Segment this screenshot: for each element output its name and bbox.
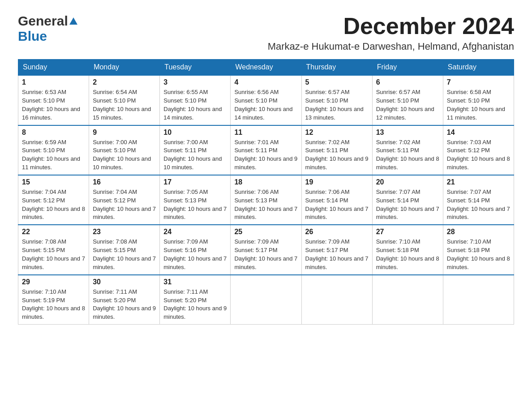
table-row: 1Sunrise: 6:53 AMSunset: 5:10 PMDaylight… — [18, 75, 89, 125]
table-row: 4Sunrise: 6:56 AMSunset: 5:10 PMDaylight… — [231, 75, 301, 125]
table-row: 5Sunrise: 6:57 AMSunset: 5:10 PMDaylight… — [301, 75, 372, 125]
logo-general: General — [18, 13, 77, 29]
table-row: 16Sunrise: 7:04 AMSunset: 5:12 PMDayligh… — [89, 175, 160, 225]
table-row: 21Sunrise: 7:07 AMSunset: 5:14 PMDayligh… — [443, 175, 514, 225]
table-row — [231, 275, 301, 325]
day-info: Sunrise: 7:06 AMSunset: 5:14 PMDaylight:… — [305, 188, 369, 222]
day-info: Sunrise: 7:06 AMSunset: 5:13 PMDaylight:… — [234, 188, 297, 222]
day-info: Sunrise: 7:09 AMSunset: 5:16 PMDaylight:… — [163, 238, 227, 271]
day-number: 10 — [163, 128, 227, 137]
day-info: Sunrise: 7:04 AMSunset: 5:12 PMDaylight:… — [22, 188, 85, 222]
day-info: Sunrise: 7:05 AMSunset: 5:13 PMDaylight:… — [163, 188, 227, 222]
table-row — [372, 275, 443, 325]
day-info: Sunrise: 7:03 AMSunset: 5:12 PMDaylight:… — [447, 138, 510, 172]
table-row: 27Sunrise: 7:10 AMSunset: 5:18 PMDayligh… — [372, 225, 443, 274]
table-row: 9Sunrise: 7:00 AMSunset: 5:10 PMDaylight… — [89, 125, 160, 175]
table-row: 26Sunrise: 7:09 AMSunset: 5:17 PMDayligh… — [301, 225, 372, 274]
logo-triangle-icon — [69, 17, 77, 25]
table-row: 18Sunrise: 7:06 AMSunset: 5:13 PMDayligh… — [231, 175, 301, 225]
table-row: 13Sunrise: 7:02 AMSunset: 5:11 PMDayligh… — [372, 125, 443, 175]
day-info: Sunrise: 7:10 AMSunset: 5:19 PMDaylight:… — [22, 288, 85, 321]
day-info: Sunrise: 7:08 AMSunset: 5:15 PMDaylight:… — [93, 238, 156, 271]
day-number: 18 — [234, 178, 297, 186]
day-info: Sunrise: 6:57 AMSunset: 5:10 PMDaylight:… — [305, 88, 369, 122]
calendar-header-row: Sunday Monday Tuesday Wednesday Thursday… — [18, 60, 514, 76]
day-number: 9 — [93, 128, 156, 137]
day-number: 19 — [305, 178, 369, 186]
day-info: Sunrise: 7:09 AMSunset: 5:17 PMDaylight:… — [234, 238, 297, 271]
logo: General Blue — [18, 13, 77, 44]
calendar-week-row: 15Sunrise: 7:04 AMSunset: 5:12 PMDayligh… — [18, 175, 514, 225]
day-info: Sunrise: 7:11 AMSunset: 5:20 PMDaylight:… — [163, 288, 227, 321]
day-info: Sunrise: 6:53 AMSunset: 5:10 PMDaylight:… — [22, 88, 85, 122]
day-number: 31 — [163, 278, 227, 286]
col-thursday: Thursday — [301, 60, 372, 76]
calendar-week-row: 29Sunrise: 7:10 AMSunset: 5:19 PMDayligh… — [18, 275, 514, 325]
day-number: 29 — [22, 278, 85, 286]
table-row: 14Sunrise: 7:03 AMSunset: 5:12 PMDayligh… — [443, 125, 514, 175]
day-number: 14 — [447, 128, 510, 137]
day-info: Sunrise: 7:09 AMSunset: 5:17 PMDaylight:… — [305, 238, 369, 271]
table-row: 25Sunrise: 7:09 AMSunset: 5:17 PMDayligh… — [231, 225, 301, 274]
day-number: 5 — [305, 78, 369, 86]
col-sunday: Sunday — [18, 60, 89, 76]
day-info: Sunrise: 7:10 AMSunset: 5:18 PMDaylight:… — [447, 238, 510, 271]
table-row: 31Sunrise: 7:11 AMSunset: 5:20 PMDayligh… — [160, 275, 231, 325]
table-row: 15Sunrise: 7:04 AMSunset: 5:12 PMDayligh… — [18, 175, 89, 225]
day-info: Sunrise: 6:54 AMSunset: 5:10 PMDaylight:… — [93, 88, 156, 122]
title-section: December 2024 Markaz-e Hukumat-e Darwesh… — [268, 13, 514, 52]
month-title: December 2024 — [268, 13, 514, 39]
table-row: 24Sunrise: 7:09 AMSunset: 5:16 PMDayligh… — [160, 225, 231, 274]
table-row: 8Sunrise: 6:59 AMSunset: 5:10 PMDaylight… — [18, 125, 89, 175]
day-number: 3 — [163, 78, 227, 86]
day-info: Sunrise: 7:00 AMSunset: 5:10 PMDaylight:… — [93, 138, 156, 172]
table-row: 12Sunrise: 7:02 AMSunset: 5:11 PMDayligh… — [301, 125, 372, 175]
table-row: 28Sunrise: 7:10 AMSunset: 5:18 PMDayligh… — [443, 225, 514, 274]
table-row: 30Sunrise: 7:11 AMSunset: 5:20 PMDayligh… — [89, 275, 160, 325]
day-number: 2 — [93, 78, 156, 86]
day-number: 7 — [447, 78, 510, 86]
day-info: Sunrise: 6:55 AMSunset: 5:10 PMDaylight:… — [163, 88, 227, 122]
calendar-week-row: 22Sunrise: 7:08 AMSunset: 5:15 PMDayligh… — [18, 225, 514, 274]
day-number: 1 — [22, 78, 85, 86]
day-info: Sunrise: 6:58 AMSunset: 5:10 PMDaylight:… — [447, 88, 510, 122]
table-row: 20Sunrise: 7:07 AMSunset: 5:14 PMDayligh… — [372, 175, 443, 225]
table-row: 19Sunrise: 7:06 AMSunset: 5:14 PMDayligh… — [301, 175, 372, 225]
col-wednesday: Wednesday — [231, 60, 301, 76]
day-info: Sunrise: 7:11 AMSunset: 5:20 PMDaylight:… — [93, 288, 156, 321]
table-row: 29Sunrise: 7:10 AMSunset: 5:19 PMDayligh… — [18, 275, 89, 325]
table-row — [443, 275, 514, 325]
table-row: 10Sunrise: 7:00 AMSunset: 5:11 PMDayligh… — [160, 125, 231, 175]
day-number: 27 — [376, 228, 439, 236]
day-info: Sunrise: 6:56 AMSunset: 5:10 PMDaylight:… — [234, 88, 297, 122]
day-number: 13 — [376, 128, 439, 137]
location-subtitle: Markaz-e Hukumat-e Darweshan, Helmand, A… — [268, 41, 514, 52]
table-row: 6Sunrise: 6:57 AMSunset: 5:10 PMDaylight… — [372, 75, 443, 125]
table-row: 22Sunrise: 7:08 AMSunset: 5:15 PMDayligh… — [18, 225, 89, 274]
day-number: 17 — [163, 178, 227, 186]
day-number: 21 — [447, 178, 510, 186]
page-header: General Blue December 2024 Markaz-e Huku… — [18, 13, 514, 52]
day-info: Sunrise: 7:04 AMSunset: 5:12 PMDaylight:… — [93, 188, 156, 222]
day-number: 15 — [22, 178, 85, 186]
day-info: Sunrise: 7:07 AMSunset: 5:14 PMDaylight:… — [376, 188, 439, 222]
col-tuesday: Tuesday — [160, 60, 231, 76]
day-number: 11 — [234, 128, 297, 137]
table-row: 3Sunrise: 6:55 AMSunset: 5:10 PMDaylight… — [160, 75, 231, 125]
day-number: 20 — [376, 178, 439, 186]
day-number: 22 — [22, 228, 85, 236]
day-number: 16 — [93, 178, 156, 186]
calendar-week-row: 8Sunrise: 6:59 AMSunset: 5:10 PMDaylight… — [18, 125, 514, 175]
col-monday: Monday — [89, 60, 160, 76]
table-row: 23Sunrise: 7:08 AMSunset: 5:15 PMDayligh… — [89, 225, 160, 274]
calendar-week-row: 1Sunrise: 6:53 AMSunset: 5:10 PMDaylight… — [18, 75, 514, 125]
table-row — [301, 275, 372, 325]
day-info: Sunrise: 7:07 AMSunset: 5:14 PMDaylight:… — [447, 188, 510, 222]
table-row: 2Sunrise: 6:54 AMSunset: 5:10 PMDaylight… — [89, 75, 160, 125]
day-info: Sunrise: 7:08 AMSunset: 5:15 PMDaylight:… — [22, 238, 85, 271]
col-saturday: Saturday — [443, 60, 514, 76]
day-number: 23 — [93, 228, 156, 236]
table-row: 7Sunrise: 6:58 AMSunset: 5:10 PMDaylight… — [443, 75, 514, 125]
calendar-table: Sunday Monday Tuesday Wednesday Thursday… — [18, 59, 514, 325]
day-number: 30 — [93, 278, 156, 286]
